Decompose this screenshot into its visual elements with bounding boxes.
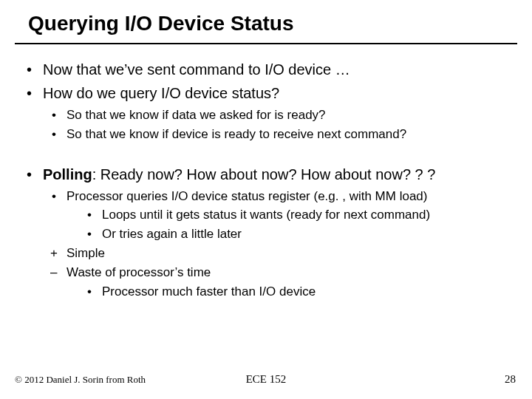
spacer <box>22 145 510 161</box>
slide: Querying I/O Device Status Now that we’v… <box>0 0 532 399</box>
slide-title: Querying I/O Device Status <box>28 12 293 35</box>
title-underline <box>15 43 517 44</box>
bullet-tries-again: Or tries again a little later <box>22 225 510 243</box>
footer-course: ECE 152 <box>0 373 532 386</box>
slide-body: Now that we’ve sent command to I/O devic… <box>22 56 510 301</box>
bullet-device-ready: So that we know if device is ready to re… <box>22 126 510 143</box>
bullet-simple: Simple <box>22 245 510 262</box>
bullet-data-ready: So that we know if data we asked for is … <box>22 106 510 124</box>
bullet-waste: Waste of processor’s time <box>22 264 510 282</box>
bullet-processor-queries: Processor queries I/O device status regi… <box>22 188 510 205</box>
bullet-polling: Polling: Ready now? How about now? How a… <box>22 164 510 185</box>
bullet-how-query: How do we query I/O device status? <box>22 83 510 103</box>
bullet-faster: Processor much faster than I/O device <box>22 283 510 301</box>
polling-rest: : Ready now? How about now? How about no… <box>92 166 436 183</box>
bullet-sent-command: Now that we’ve sent command to I/O devic… <box>22 59 510 80</box>
bullet-loops: Loops until it gets status it wants (rea… <box>22 206 510 224</box>
footer-page-number: 28 <box>505 373 516 386</box>
polling-label: Polling <box>43 166 92 183</box>
